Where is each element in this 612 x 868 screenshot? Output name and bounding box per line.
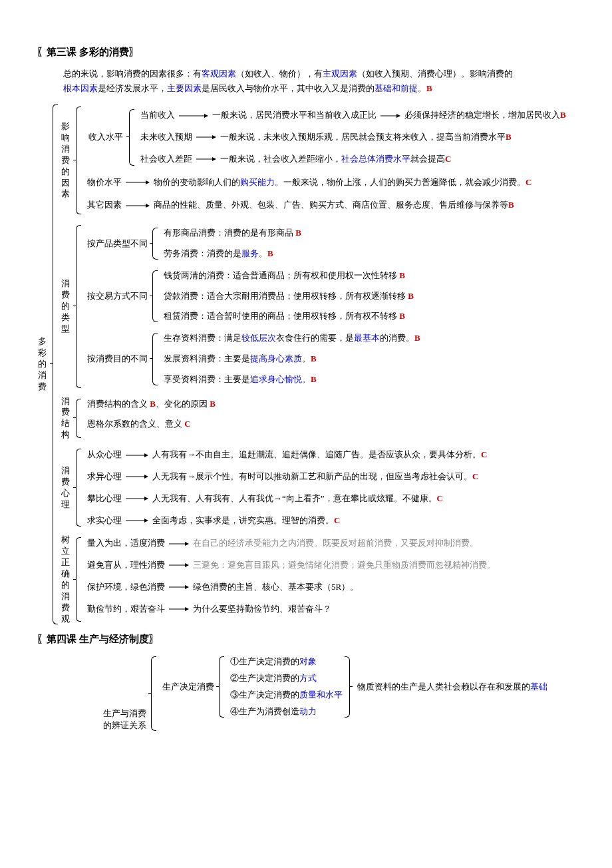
text: 社会总体消费水平 <box>341 152 410 166</box>
svg-marker-19 <box>144 519 148 523</box>
text: 当前收入 <box>140 108 175 122</box>
row-price: 物价水平 物价的变动影响人们的购买能力。一般来说，物价上涨，人们的购买力普遍降低… <box>87 174 566 192</box>
row-qiuyi: 求异心理 人无我有→展示个性。有时可以推动新工艺和新产品的出现，但应当考虑社会认… <box>87 468 487 486</box>
svg-marker-27 <box>185 607 189 611</box>
text: 钱货两清的消费：适合普通商品；所有权和使用权一次性转移 <box>164 270 399 280</box>
row-green: 保护环境，绿色消费 绿色消费的主旨、核心、基本要求（5R）。 <box>87 578 496 596</box>
text: 求异心理 <box>87 470 122 484</box>
tag: C <box>184 419 190 429</box>
text: ④生产为消费创造 <box>230 706 299 716</box>
svg-marker-7 <box>212 157 216 161</box>
text: 总的来说，影响消费的因素很多：有 <box>63 69 202 79</box>
list-item: 发展资料消费：主要是提高身心素质。B <box>164 351 420 367</box>
text: 最基本 <box>354 333 380 343</box>
tag: B <box>267 248 273 258</box>
text: 租赁消费：适合暂时使用的商品；使用权转移，所有权不转移 <box>164 311 399 321</box>
brace-icon <box>73 222 81 390</box>
lesson4-tree: 生产与消费 的辨证关系 生产决定消费 ①生产决定消费的对象 ②生产决定消费的方式… <box>103 654 585 733</box>
arrow-icon <box>169 606 189 612</box>
text: 从众心理 <box>87 448 122 462</box>
sec-structure: 消费结构 消费结构的含义 B、变化的原因 B 恩格尔系数的含义、意义 C <box>60 396 566 441</box>
sec-label: 消费结构 <box>60 396 71 441</box>
lesson4-title: 〖第四课 生产与经济制度〗 <box>37 631 585 647</box>
text: 量入为出，适度消费 <box>87 537 165 550</box>
text: 商品的性能、质量、外观、包装、广告、购买方式、商店位置、服务态度、售后维修与保养… <box>154 198 508 212</box>
tag: C <box>526 176 532 190</box>
row-liangru: 量入为出，适度消费 在自己的经济承受能力之内消费。既要反对超前消费，又要反对抑制… <box>87 535 496 552</box>
text: 物质资料的生产是人类社会赖以存在和发展的 <box>357 682 530 692</box>
tag: C <box>472 470 478 484</box>
text: 人无我有→展示个性。有时可以推动新工艺和新产品的出现，但应当考虑社会认可。 <box>152 470 472 484</box>
brace-icon <box>73 104 81 217</box>
sec-label: 影响消费的因素 <box>60 104 71 217</box>
text: 社会收入差距 <box>140 152 192 166</box>
brace-right-icon <box>345 654 353 720</box>
row-qiushi: 求实心理 全面考虑，实事求是，讲究实惠。理智的消费。C <box>87 512 487 530</box>
tag: B <box>210 399 216 409</box>
row-other: 其它因素 商品的性能、质量、外观、包装、广告、购买方式、商店位置、服务态度、售后… <box>87 196 566 214</box>
label: 收入水平 <box>87 132 124 143</box>
sec-correct-view: 树立正确的消费观 量入为出，适度消费 在自己的经济承受能力之内消费。既要反对超前… <box>60 535 566 624</box>
text: 未来收入预期 <box>140 130 192 144</box>
text: 人无我有、人有我有、人有我优→“向上看齐”，意在攀比或炫耀。不健康。 <box>152 492 437 506</box>
text: 方式 <box>299 673 317 683</box>
sec-label: 消费心理 <box>60 446 71 529</box>
text: （如收入预期、消费心理）。影响消费的 <box>357 69 513 79</box>
svg-marker-21 <box>185 542 189 546</box>
text: 。 <box>259 248 267 258</box>
brace-icon <box>216 654 224 720</box>
svg-marker-1 <box>204 114 208 118</box>
text: 。 <box>418 83 426 93</box>
label: 生产决定消费 <box>162 680 214 694</box>
svg-marker-3 <box>396 114 400 118</box>
intro-paragraph: 总的来说，影响消费的因素很多：有客观因素（如收入、物价），有主观因素（如收入预期… <box>63 67 585 96</box>
text: 在自己的经济承受能力之内消费。既要反对超前消费，又要反对抑制消费。 <box>193 537 478 550</box>
text: 求实心理 <box>87 514 122 528</box>
text: 。一般来说，物价上涨，人们的购买力普遍降低，就会减少消费。 <box>275 176 526 190</box>
text: ②生产决定消费的 <box>230 673 299 683</box>
tag: C <box>437 492 443 506</box>
text: 动力 <box>299 706 317 716</box>
list-item: ①生产决定消费的对象 <box>230 654 343 670</box>
tag: B <box>414 333 420 343</box>
brace-icon <box>150 330 158 387</box>
arrow-icon <box>196 156 216 162</box>
text: 就会提高 <box>410 152 445 166</box>
root-label: 多 彩 的 消 费 <box>37 101 48 627</box>
tag: B <box>426 83 432 93</box>
arrow-icon <box>126 453 148 458</box>
brace-icon <box>126 107 134 168</box>
tag: B <box>311 374 317 384</box>
text: 基础 <box>530 682 547 692</box>
text: 多 <box>38 336 47 347</box>
row-congzhong: 从众心理 人有我有→不由自主。追赶潮流、追赶偶像、追随广告。是否应该从众，要具体… <box>87 446 487 464</box>
text: 贷款消费：适合大宗耐用消费品；使用权转移，所有权逐渐转移 <box>164 291 408 301</box>
row-future-income: 未来收入预期 一般来说，未来收入预期乐观，居民就会预支将来收入，提高当前消费水平… <box>140 128 566 146</box>
brace-icon <box>73 535 81 624</box>
text: 为什么要坚持勤俭节约、艰苦奋斗？ <box>193 602 331 616</box>
text: 消费结构的含义 <box>87 399 150 409</box>
svg-marker-11 <box>146 204 150 208</box>
by-product: 按产品类型不同 有形商品消费：消费的是有形商品 B 劳务消费：消费的是服务。B <box>87 225 420 262</box>
by-trade: 按交易方式不同 钱货两清的消费：适合普通商品；所有权和使用权一次性转移 B 贷款… <box>87 268 420 325</box>
text: 攀比心理 <box>87 492 122 506</box>
sec-label: 树立正确的消费观 <box>60 535 71 624</box>
text: 保护环境，绿色消费 <box>87 580 165 594</box>
text: 基础和前提 <box>375 83 418 93</box>
text: （如收入、物价），有 <box>236 69 323 79</box>
text: 生存资料消费：满足 <box>164 333 241 343</box>
brace-icon <box>73 446 81 529</box>
tag: C <box>334 514 340 528</box>
text: 人有我有→不由自主。追赶潮流、追赶偶像、追随广告。是否应该从众，要具体分析。 <box>152 448 481 462</box>
text: ③生产决定消费的 <box>230 690 299 700</box>
svg-marker-13 <box>144 453 148 457</box>
text: 追求身心愉悦 <box>250 374 302 384</box>
text: 衣食住行的需要，是 <box>276 333 354 343</box>
tag: B <box>399 270 405 280</box>
arrow-icon <box>169 584 189 590</box>
tag: B <box>295 228 301 238</box>
tag: B <box>150 399 156 409</box>
text: 恩格尔系数的含义、意义 <box>87 419 184 429</box>
brace-icon <box>73 396 81 441</box>
text: 享受资料消费：主要是 <box>164 374 250 384</box>
